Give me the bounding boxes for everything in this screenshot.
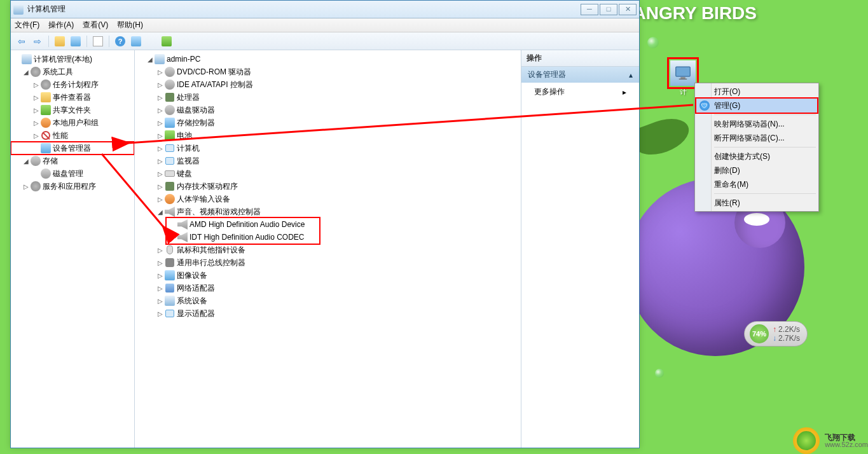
dev-display[interactable]: ▷显示适配器 <box>135 307 521 320</box>
dev-system[interactable]: ▷系统设备 <box>135 294 521 307</box>
dev-sound-amd[interactable]: AMD High Definition Audio Device <box>167 218 319 231</box>
watermark-url: www.52z.com <box>825 441 868 448</box>
wallpaper-bubble <box>647 37 659 48</box>
dev-sound[interactable]: ◢声音、视频和游戏控制器 <box>135 205 521 218</box>
cm-disconnect-drive[interactable]: 断开网络驱动器(C)... <box>696 131 817 145</box>
titlebar[interactable]: 计算机管理 ─ □ ✕ <box>11 1 639 18</box>
center-tree-pane: ◢admin-PC ▷DVD/CD-ROM 驱动器 ▷IDE ATA/ATAPI… <box>135 50 521 448</box>
tree-local-users[interactable]: ▷本地用户和组 <box>11 116 134 129</box>
tb-icon-4[interactable] <box>129 34 143 48</box>
watermark: 飞翔下载 www.52z.com <box>793 427 868 454</box>
shield-icon: 🛡 <box>699 100 710 111</box>
menubar: 文件(F) 操作(A) 查看(V) 帮助(H) <box>11 18 639 32</box>
dev-storagectl[interactable]: ▷存储控制器 <box>135 116 521 129</box>
cm-map-drive[interactable]: 映射网络驱动器(N)... <box>696 117 817 131</box>
tb-icon-3[interactable] <box>91 34 105 48</box>
dev-hid[interactable]: ▷人体学输入设备 <box>135 193 521 205</box>
dev-dvd[interactable]: ▷DVD/CD-ROM 驱动器 <box>135 65 521 78</box>
dev-computers[interactable]: ▷计算机 <box>135 142 521 155</box>
wallpaper-bubble <box>655 369 664 378</box>
menu-help[interactable]: 帮助(H) <box>117 20 143 31</box>
cm-open[interactable]: 打开(O) <box>696 85 817 99</box>
dev-cpu[interactable]: ▷处理器 <box>135 91 521 104</box>
actions-pane: 操作 设备管理器▴ 更多操作▸ <box>521 50 639 448</box>
cm-rename[interactable]: 重命名(M) <box>696 177 817 191</box>
gadget-percent: 74% <box>750 324 769 343</box>
tb-icon-2[interactable] <box>69 34 83 48</box>
svg-rect-0 <box>676 67 691 76</box>
tree-shared-folders[interactable]: ▷共享文件夹 <box>11 104 134 116</box>
actions-header: 操作 <box>521 50 639 67</box>
gadget-download: 2.7K/s <box>773 334 800 343</box>
tree-disk-mgmt[interactable]: 磁盘管理 <box>11 167 134 180</box>
maximize-button[interactable]: □ <box>600 4 617 15</box>
menu-file[interactable]: 文件(F) <box>15 20 39 31</box>
gadget-upload: 2.2K/s <box>773 325 800 334</box>
tree-storage[interactable]: ◢存储 <box>11 155 134 167</box>
tree-root[interactable]: 计算机管理(本地) <box>11 53 134 65</box>
left-tree-pane: 计算机管理(本地) ◢系统工具 ▷任务计划程序 ▷事件查看器 ▷共享文件夹 ▷本… <box>11 50 135 448</box>
toolbar: ⇦ ⇨ ? <box>11 32 639 50</box>
menu-view[interactable]: 查看(V) <box>83 20 108 31</box>
desktop-wallpaper-text: ANGRY BIRDS <box>633 3 757 24</box>
desktop-computer-icon[interactable]: 计 <box>670 60 696 99</box>
cm-properties[interactable]: 属性(R) <box>696 196 817 210</box>
help-button[interactable]: ? <box>113 34 127 48</box>
close-button[interactable]: ✕ <box>619 4 637 15</box>
tb-icon-1[interactable] <box>53 34 67 48</box>
device-root[interactable]: ◢admin-PC <box>135 53 521 65</box>
dev-ide[interactable]: ▷IDE ATA/ATAPI 控制器 <box>135 78 521 91</box>
context-menu: 打开(O) 🛡管理(G) 映射网络驱动器(N)... 断开网络驱动器(C)...… <box>694 83 819 212</box>
tree-system-tools[interactable]: ◢系统工具 <box>11 65 134 78</box>
dev-monitors[interactable]: ▷监视器 <box>135 155 521 167</box>
menu-action[interactable]: 操作(A) <box>48 20 74 31</box>
network-gadget[interactable]: 74% 2.2K/s 2.7K/s <box>744 321 808 347</box>
svg-rect-1 <box>680 77 685 79</box>
computer-management-window: 计算机管理 ─ □ ✕ 文件(F) 操作(A) 查看(V) 帮助(H) ⇦ ⇨ … <box>10 0 640 448</box>
forward-button[interactable]: ⇨ <box>31 34 45 48</box>
tree-event-viewer[interactable]: ▷事件查看器 <box>11 91 134 104</box>
window-title: 计算机管理 <box>27 4 581 15</box>
actions-section[interactable]: 设备管理器▴ <box>521 67 639 83</box>
dev-keyboards[interactable]: ▷键盘 <box>135 167 521 180</box>
dev-network[interactable]: ▷网络适配器 <box>135 282 521 294</box>
cm-manage[interactable]: 🛡管理(G) <box>696 99 817 113</box>
minimize-button[interactable]: ─ <box>581 4 598 15</box>
tree-services[interactable]: ▷服务和应用程序 <box>11 180 134 193</box>
collapse-icon: ▴ <box>629 71 633 79</box>
dev-memory[interactable]: ▷内存技术驱动程序 <box>135 180 521 193</box>
computer-icon <box>670 60 696 86</box>
dev-diskdrives[interactable]: ▷磁盘驱动器 <box>135 104 521 116</box>
cm-shortcut[interactable]: 创建快捷方式(S) <box>696 149 817 163</box>
tb-icon-5[interactable] <box>160 34 174 48</box>
svg-rect-2 <box>679 79 687 79</box>
dev-mouse[interactable]: ▷鼠标和其他指针设备 <box>135 244 521 256</box>
app-icon <box>13 4 24 15</box>
watermark-logo-icon <box>793 427 820 454</box>
actions-more[interactable]: 更多操作▸ <box>521 83 639 101</box>
tree-device-manager[interactable]: 设备管理器 <box>11 142 134 155</box>
chevron-right-icon: ▸ <box>623 88 626 97</box>
dev-sound-idt[interactable]: IDT High Definition Audio CODEC <box>167 231 319 244</box>
dev-battery[interactable]: ▷电池 <box>135 129 521 142</box>
watermark-name: 飞翔下载 <box>825 434 868 441</box>
back-button[interactable]: ⇦ <box>15 34 29 48</box>
cm-delete[interactable]: 删除(D) <box>696 163 817 177</box>
dev-usb[interactable]: ▷通用串行总线控制器 <box>135 256 521 269</box>
dev-imaging[interactable]: ▷图像设备 <box>135 269 521 282</box>
desktop-icon-label: 计 <box>670 87 696 97</box>
tree-performance[interactable]: ▷性能 <box>11 129 134 142</box>
tree-task-scheduler[interactable]: ▷任务计划程序 <box>11 78 134 91</box>
